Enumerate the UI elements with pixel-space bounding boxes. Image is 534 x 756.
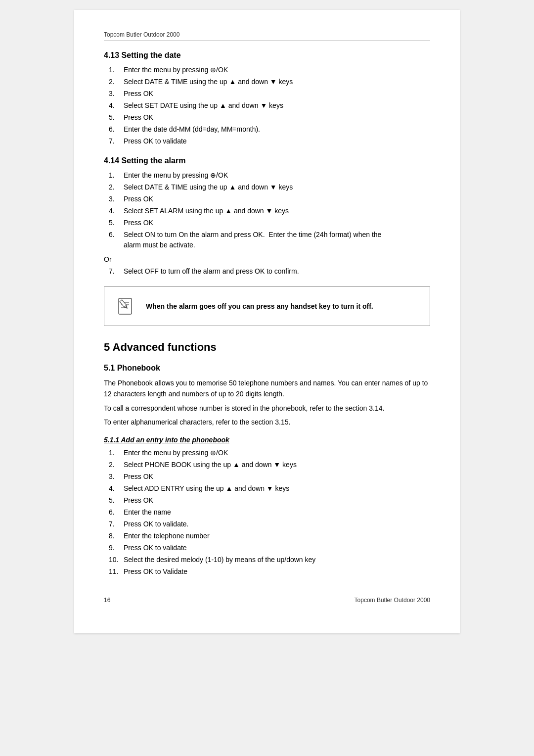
footer-brand: Topcom Butler Outdoor 2000 bbox=[355, 597, 430, 604]
pencil-notebook-icon bbox=[115, 295, 136, 317]
section-414-list: 1.Enter the menu by pressing ⊕/OK 2.Sele… bbox=[104, 170, 430, 250]
list-item: 8.Enter the telephone number bbox=[104, 531, 430, 541]
page-header: Topcom Butler Outdoor 2000 bbox=[104, 30, 430, 41]
list-item: 6.Enter the date dd-MM (dd=day, MM=month… bbox=[104, 124, 430, 135]
section-413: 4.13 Setting the date 1.Enter the menu b… bbox=[104, 51, 430, 146]
list-item: 5.Press OK bbox=[104, 495, 430, 506]
list-item: 4.Select ADD ENTRY using the up ▲ and do… bbox=[104, 483, 430, 494]
list-item: 2.Select DATE & TIME using the up ▲ and … bbox=[104, 182, 430, 192]
list-item: 6. Select ON to turn On the alarm and pr… bbox=[104, 230, 430, 250]
section-511-list: 1.Enter the menu by pressing ⊕/OK 2.Sele… bbox=[104, 448, 430, 577]
page-number: 16 bbox=[104, 597, 110, 604]
section-413-list: 1.Enter the menu by pressing ⊕/OK 2.Sele… bbox=[104, 65, 430, 146]
section-51-body2: To call a correspondent whose number is … bbox=[104, 403, 430, 414]
list-item: 1.Enter the menu by pressing ⊕/OK bbox=[104, 65, 430, 75]
svg-rect-4 bbox=[120, 300, 127, 308]
section-414: 4.14 Setting the alarm 1.Enter the menu … bbox=[104, 156, 430, 277]
section-413-heading: 4.13 Setting the date bbox=[104, 51, 430, 60]
list-item: 7.Select OFF to turn off the alarm and p… bbox=[104, 266, 430, 277]
page-footer: 16 Topcom Butler Outdoor 2000 bbox=[104, 597, 430, 604]
section-51-body1: The Phonebook allows you to memorise 50 … bbox=[104, 378, 430, 400]
note-icon bbox=[113, 294, 138, 319]
section-5-heading: 5 Advanced functions bbox=[104, 341, 430, 354]
list-item: 4.Select SET DATE using the up ▲ and dow… bbox=[104, 100, 430, 111]
note-box-text: When the alarm goes off you can press an… bbox=[146, 301, 373, 312]
list-item: 2.Select DATE & TIME using the up ▲ and … bbox=[104, 77, 430, 87]
list-item: 6.Enter the name bbox=[104, 507, 430, 518]
section-511: 5.1.1 Add an entry into the phonebook 1.… bbox=[104, 436, 430, 577]
list-item: 7.Press OK to validate. bbox=[104, 519, 430, 529]
page: Topcom Butler Outdoor 2000 4.13 Setting … bbox=[74, 10, 460, 633]
header-title: Topcom Butler Outdoor 2000 bbox=[104, 31, 179, 38]
section-414-heading: 4.14 Setting the alarm bbox=[104, 156, 430, 165]
list-item: 3.Press OK bbox=[104, 89, 430, 99]
list-item: 9.Press OK to validate bbox=[104, 543, 430, 553]
list-item: 7.Press OK to validate bbox=[104, 136, 430, 146]
list-item: 10.Select the desired melody (1-10) by m… bbox=[104, 555, 430, 565]
list-item: 2.Select PHONE BOOK using the up ▲ and d… bbox=[104, 460, 430, 470]
section-51-body3: To enter alphanumerical characters, refe… bbox=[104, 417, 430, 427]
list-item: 1.Enter the menu by pressing ⊕/OK bbox=[104, 448, 430, 458]
section-51-heading: 5.1 Phonebook bbox=[104, 364, 430, 373]
list-item: 4.Select SET ALARM using the up ▲ and do… bbox=[104, 206, 430, 216]
note-box: When the alarm goes off you can press an… bbox=[104, 286, 430, 326]
list-item: 11.Press OK to Validate bbox=[104, 567, 430, 577]
list-item: 5.Press OK bbox=[104, 218, 430, 228]
or-text: Or bbox=[104, 255, 430, 263]
section-414-step7: 7.Select OFF to turn off the alarm and p… bbox=[104, 266, 430, 277]
section-511-heading: 5.1.1 Add an entry into the phonebook bbox=[104, 436, 430, 444]
list-item: 3.Press OK bbox=[104, 472, 430, 482]
list-item: 5.Press OK bbox=[104, 112, 430, 123]
list-item: 3.Press OK bbox=[104, 194, 430, 204]
list-item: 1.Enter the menu by pressing ⊕/OK bbox=[104, 170, 430, 181]
section-51: 5.1 Phonebook The Phonebook allows you t… bbox=[104, 364, 430, 428]
